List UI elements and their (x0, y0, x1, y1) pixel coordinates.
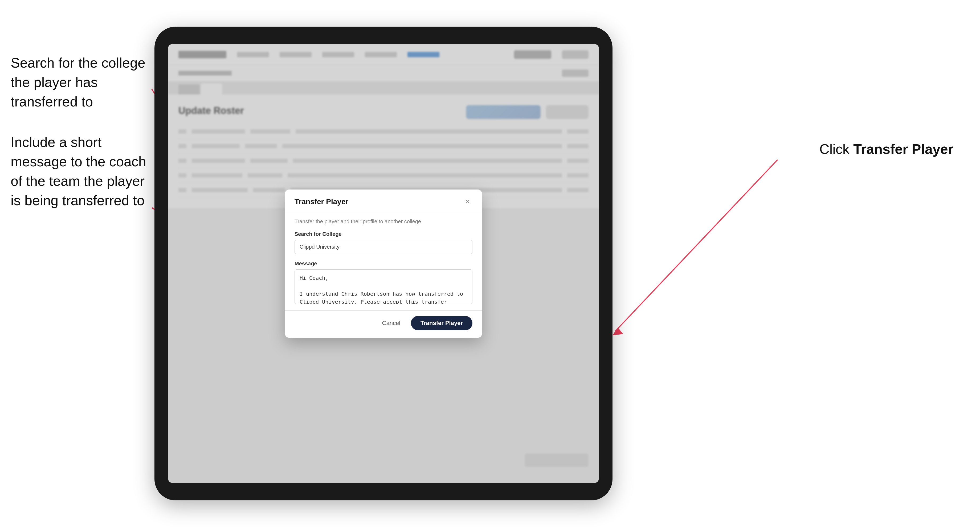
modal-subtitle: Transfer the player and their profile to… (294, 219, 473, 225)
college-label: Search for College (294, 231, 473, 237)
svg-marker-5 (612, 327, 623, 335)
modal-header: Transfer Player ✕ (285, 189, 482, 212)
svg-line-4 (615, 160, 778, 332)
modal-overlay: Transfer Player ✕ Transfer the player an… (168, 44, 599, 483)
annotation-text-1: Search for the college the player has tr… (11, 55, 145, 110)
tablet-device: Update Roster (154, 27, 612, 500)
message-label: Message (294, 260, 473, 267)
modal-footer: Cancel Transfer Player (285, 310, 482, 338)
annotation-left: Search for the college the player has tr… (11, 53, 149, 210)
message-textarea[interactable]: Hi Coach, I understand Chris Robertson h… (294, 269, 473, 304)
college-search-input[interactable] (294, 240, 473, 254)
annotation-right-prefix: Click (819, 141, 853, 157)
cancel-button[interactable]: Cancel (377, 316, 406, 330)
annotation-right-bold: Transfer Player (853, 141, 953, 157)
tablet-screen: Update Roster (168, 44, 599, 483)
modal-close-button[interactable]: ✕ (463, 197, 473, 206)
transfer-player-modal: Transfer Player ✕ Transfer the player an… (285, 189, 482, 338)
annotation-text-2: Include a short message to the coach of … (11, 135, 146, 208)
transfer-player-button[interactable]: Transfer Player (411, 316, 473, 330)
modal-title: Transfer Player (294, 197, 348, 206)
annotation-right: Click Transfer Player (819, 141, 953, 157)
modal-body: Transfer the player and their profile to… (285, 212, 482, 310)
